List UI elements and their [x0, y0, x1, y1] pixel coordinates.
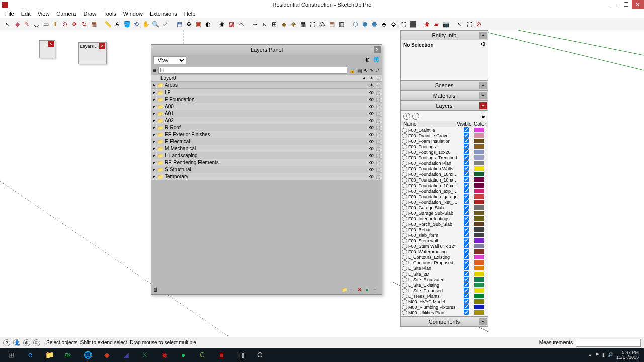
layer-row[interactable]: F00_Footings — [401, 144, 488, 149]
layer-row[interactable]: M00_Plumbing Fixtures — [401, 304, 488, 310]
layer-row[interactable]: F00_Garage Sub-Slab — [401, 210, 488, 216]
layer-folder-row[interactable]: ▸📁LF👁⬚ — [151, 89, 382, 96]
layer-row[interactable]: L_Site_Excavated — [401, 277, 488, 282]
layer-color-swatch[interactable] — [474, 260, 484, 265]
add-layer-button[interactable]: + — [403, 113, 410, 120]
collapse-icon[interactable]: × — [479, 32, 487, 39]
solid3-tool[interactable]: ▦ — [298, 20, 307, 29]
layer-radio[interactable] — [402, 133, 407, 138]
layer-row[interactable]: F00_Porch_Sub_Slab — [401, 221, 488, 227]
menu-window[interactable]: Window — [120, 11, 146, 17]
gear-icon[interactable]: ⚙ — [481, 41, 486, 47]
cube-icon[interactable]: ⬚ — [375, 76, 382, 81]
layer-radio[interactable] — [402, 177, 407, 183]
collapse-icon[interactable]: × — [479, 102, 487, 109]
layer-color-swatch[interactable] — [474, 155, 484, 160]
layer-folder-row[interactable]: ▸📁A01👁⬚ — [151, 110, 382, 117]
layer-visible-checkbox[interactable] — [464, 144, 469, 149]
layer-radio[interactable] — [402, 183, 407, 188]
expand-icon[interactable]: ⤢ — [376, 68, 380, 73]
layer-color-swatch[interactable] — [474, 305, 484, 309]
tape-tool[interactable]: 📏 — [103, 20, 112, 29]
layer-radio[interactable] — [402, 255, 407, 260]
layer-row[interactable]: F00_Foundation_10hx9ft — [401, 183, 488, 188]
layer-color-swatch[interactable] — [474, 139, 484, 143]
section-tool[interactable]: ◉ — [217, 20, 226, 29]
ie-icon[interactable]: e — [21, 349, 39, 361]
layer-row[interactable]: F00_slab_form — [401, 232, 488, 238]
offset-tool[interactable]: ⊙ — [60, 20, 69, 29]
layer-color-swatch[interactable] — [474, 177, 484, 182]
solid-d-tool[interactable]: ⬛ — [408, 20, 417, 29]
paint-tool[interactable]: 🪣 — [122, 20, 131, 29]
app5-icon[interactable]: ▦ — [231, 349, 250, 361]
layer-radio[interactable] — [402, 310, 407, 315]
globe-icon[interactable]: 🌐 — [373, 57, 380, 64]
layer-row[interactable]: F00_Foundation Plan — [401, 160, 488, 166]
select-icon[interactable]: ↖ — [364, 68, 368, 73]
layer-color-swatch[interactable] — [474, 211, 484, 215]
layer-color-swatch[interactable] — [474, 128, 484, 132]
layer-radio[interactable] — [402, 288, 407, 293]
layer-color-swatch[interactable] — [474, 189, 484, 193]
layer-radio[interactable] — [402, 205, 407, 210]
layer-folder-row[interactable]: ▸📁L-Landscaping👁⬚ — [151, 152, 382, 159]
pan-tool[interactable]: ✋ — [141, 20, 150, 29]
layer-color-swatch[interactable] — [474, 288, 484, 293]
layer-visible-checkbox[interactable] — [464, 271, 469, 276]
store-icon[interactable]: 🛍 — [59, 349, 77, 361]
layer-row[interactable]: M00_HVAC Model — [401, 299, 488, 304]
layer-visible-checkbox[interactable] — [464, 254, 469, 259]
layer-radio[interactable] — [402, 227, 407, 232]
ext2-tool[interactable]: ⬚ — [465, 20, 474, 29]
maximize-button[interactable]: ☐ — [620, 0, 632, 9]
layer-row[interactable]: F00_Stem wall — [401, 238, 488, 243]
layer-row[interactable]: F00_Footings_10x20 — [401, 149, 488, 155]
layer-color-swatch[interactable] — [474, 183, 484, 188]
layer-visible-checkbox[interactable] — [464, 177, 469, 182]
layer-color-swatch[interactable] — [474, 249, 484, 254]
shape-tool[interactable]: ▭ — [41, 20, 50, 29]
solid1-tool[interactable]: ◆ — [279, 20, 288, 29]
layer-color-swatch[interactable] — [474, 222, 484, 226]
ext1-tool[interactable]: ↸ — [455, 20, 464, 29]
close-icon[interactable]: × — [48, 41, 54, 47]
layer-visible-checkbox[interactable] — [464, 288, 469, 293]
layer-radio[interactable] — [402, 244, 407, 249]
layer-color-swatch[interactable] — [474, 233, 484, 237]
layer-row[interactable]: F00_Waterproofing — [401, 249, 488, 254]
layer-visible-checkbox[interactable] — [464, 227, 469, 232]
layer-visible-checkbox[interactable] — [464, 199, 469, 204]
close-icon[interactable]: × — [374, 46, 381, 53]
geo-icon[interactable]: ⊕ — [23, 339, 30, 346]
layer-visible-checkbox[interactable] — [464, 249, 469, 254]
group-tool[interactable]: ⊞ — [270, 20, 279, 29]
layer-radio[interactable] — [402, 211, 407, 216]
balance-tool[interactable]: ⚖ — [317, 20, 327, 29]
excel-icon[interactable]: X — [136, 349, 154, 361]
layer-visible-checkbox[interactable] — [464, 210, 469, 215]
iso1-tool[interactable]: ⬡ — [351, 20, 360, 29]
trash-icon[interactable]: 🗑 — [153, 287, 159, 293]
layer-visible-checkbox[interactable] — [464, 194, 469, 199]
layer-radio[interactable] — [402, 260, 407, 265]
layer-visible-checkbox[interactable] — [464, 265, 469, 270]
layer-radio[interactable] — [402, 150, 407, 155]
layer-color-swatch[interactable] — [474, 266, 484, 270]
help-icon[interactable]: ? — [3, 339, 10, 346]
iso2-tool[interactable]: ⬢ — [360, 20, 369, 29]
layer-visible-checkbox[interactable] — [464, 205, 469, 210]
layer-row[interactable]: F00_Foundation_garage — [401, 194, 488, 199]
layer-radio[interactable] — [402, 189, 407, 194]
layer-folder-row[interactable]: ▸📁Temporary👁⬚ — [151, 173, 382, 180]
layer-folder-row[interactable]: ▸📁Areas👁⬚ — [151, 82, 382, 89]
layer-row[interactable]: L_Contours_Existing — [401, 254, 488, 260]
line-tool[interactable]: ✎ — [22, 20, 31, 29]
layer-visible-checkbox[interactable] — [464, 127, 469, 132]
minus-icon[interactable]: − — [350, 287, 356, 293]
dim2-tool[interactable]: ⊾ — [260, 20, 269, 29]
color-icon[interactable]: ■ — [366, 287, 372, 293]
layout-tool[interactable]: ▣ — [194, 20, 203, 29]
layer-color-swatch[interactable] — [474, 200, 484, 204]
layer-row[interactable]: L_Contours_Proposed — [401, 260, 488, 265]
